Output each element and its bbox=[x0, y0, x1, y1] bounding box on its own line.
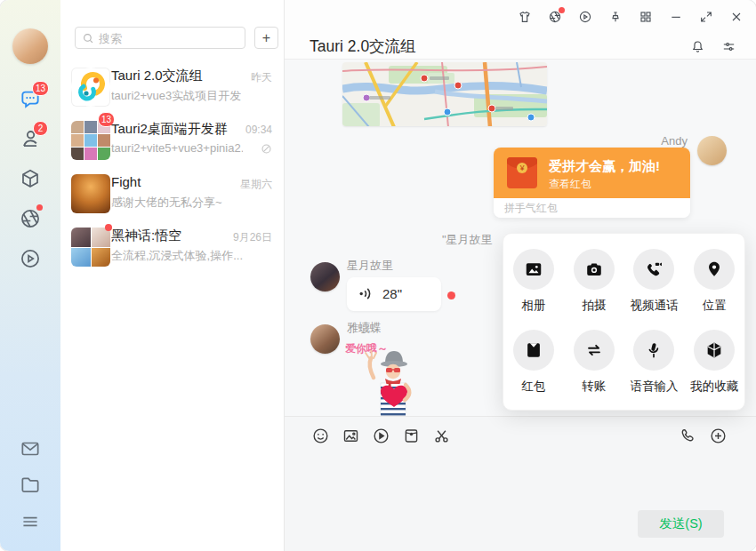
transfer-icon bbox=[584, 340, 604, 360]
menu-icon bbox=[19, 510, 42, 533]
folder-icon bbox=[19, 474, 42, 497]
sender-name: 星月故里 bbox=[347, 258, 393, 274]
minimize-button[interactable] bbox=[669, 10, 683, 24]
voice-duration: 28" bbox=[382, 277, 402, 311]
album-circle bbox=[513, 249, 554, 290]
files-nav-button[interactable] bbox=[19, 474, 42, 497]
composer: 发送(S) bbox=[285, 416, 756, 551]
close-button[interactable] bbox=[729, 10, 744, 24]
chat-list-item-blackmyth[interactable]: 黑神话:悟空 9月26日 全流程,沉浸式体验,操作... bbox=[60, 222, 285, 272]
chats-unread-badge: 13 bbox=[32, 81, 49, 96]
mail-nav-button[interactable] bbox=[19, 437, 42, 460]
add-chat-button[interactable]: + bbox=[254, 27, 278, 49]
video-icon[interactable] bbox=[372, 427, 390, 445]
notification-reddot bbox=[559, 7, 565, 13]
chat-list-item-fight[interactable]: Fight 星期六 感谢大佬的无私分享~ bbox=[60, 169, 285, 219]
contacts-unread-badge: 2 bbox=[33, 121, 48, 136]
voice-unread-dot bbox=[447, 291, 455, 299]
red-packet-message[interactable]: ¥ 爱拼才会赢，加油! 查看红包 拼手气红包 bbox=[494, 148, 690, 218]
layout-button[interactable] bbox=[639, 10, 653, 24]
search-icon bbox=[82, 32, 94, 44]
chats-nav-button[interactable]: 13 bbox=[19, 88, 42, 111]
red-packet-icon[interactable] bbox=[402, 427, 421, 445]
attach-album[interactable]: 相册 bbox=[513, 249, 554, 314]
avatar bbox=[71, 68, 110, 107]
contacts-nav-button[interactable]: 2 bbox=[19, 127, 42, 150]
moments-button[interactable] bbox=[548, 10, 562, 24]
red-packet-icon bbox=[524, 340, 543, 360]
album-icon bbox=[524, 260, 543, 279]
pin-window-button[interactable] bbox=[608, 10, 623, 24]
avatar-yamiedie[interactable] bbox=[310, 324, 340, 354]
voice-input-circle bbox=[633, 330, 674, 371]
chat-list-item-tauri20[interactable]: Tauri 2.0交流组 昨天 tauri2+vue3实战项目开发 bbox=[60, 62, 285, 112]
shirt-icon bbox=[518, 10, 532, 24]
video-call-circle bbox=[633, 249, 674, 290]
chat-title: Tauri 2.0交流组 bbox=[111, 68, 203, 84]
image-icon[interactable] bbox=[342, 427, 360, 445]
red-packet-action[interactable]: 查看红包 bbox=[549, 177, 591, 192]
notifications-button[interactable] bbox=[690, 39, 705, 54]
attach-voice-input[interactable]: 语音输入 bbox=[630, 330, 678, 395]
attach-video-call[interactable]: 视频通话 bbox=[630, 249, 678, 314]
chat-list-item-tauri2-desktop[interactable]: 13 Tauri2桌面端开发群 09:34 tauri2+vite5+vue3+… bbox=[60, 116, 285, 165]
chat-time: 09:34 bbox=[245, 124, 272, 136]
chat-settings-button[interactable] bbox=[721, 39, 736, 54]
attach-red-packet[interactable]: 红包 bbox=[513, 330, 554, 395]
tauri-logo-icon bbox=[71, 68, 110, 107]
my-avatar[interactable] bbox=[12, 28, 48, 64]
send-button[interactable]: 发送(S) bbox=[638, 510, 724, 538]
maximize-button[interactable] bbox=[699, 10, 713, 24]
titlebar-controls bbox=[518, 10, 744, 24]
attach-location[interactable]: 位置 bbox=[694, 249, 735, 314]
group-avatar bbox=[71, 228, 110, 267]
search-input[interactable] bbox=[97, 28, 243, 50]
red-envelope-icon: ¥ bbox=[507, 157, 537, 188]
sticker-graphic: 爱你哦～ bbox=[343, 339, 429, 416]
chat-subtitle: 全流程,沉浸式体验,操作... bbox=[111, 248, 243, 264]
video-channel-nav-button[interactable] bbox=[19, 247, 42, 270]
minimize-icon bbox=[669, 10, 683, 24]
emoji-icon[interactable] bbox=[311, 427, 330, 445]
attach-label: 相册 bbox=[521, 298, 545, 314]
sender-name: 雅蠛蝶 bbox=[347, 320, 382, 336]
voice-message[interactable]: 28" bbox=[347, 277, 441, 311]
attach-label: 我的收藏 bbox=[690, 379, 738, 395]
sticker-message[interactable]: 爱你哦～ bbox=[343, 339, 429, 416]
video-channel-button[interactable] bbox=[578, 10, 592, 24]
chat-header-actions bbox=[690, 39, 736, 54]
search-box bbox=[75, 27, 245, 49]
screenshot-icon[interactable] bbox=[432, 427, 451, 445]
chat-list-panel: + Tauri 2.0交流组 昨天 tauri2+vue3实战项目开发 bbox=[60, 0, 285, 551]
filter-icon bbox=[721, 39, 736, 54]
phone-icon[interactable] bbox=[678, 427, 696, 445]
red-packet-type: 拼手气红包 bbox=[494, 198, 690, 218]
attach-label: 红包 bbox=[521, 379, 545, 395]
chat-subtitle: tauri2+vite5+vue3+pinia2... bbox=[111, 141, 243, 155]
more-icon[interactable] bbox=[709, 427, 728, 445]
more-nav-button[interactable] bbox=[19, 510, 42, 533]
attach-capture[interactable]: 拍摄 bbox=[574, 249, 615, 314]
attach-favorites[interactable]: 我的收藏 bbox=[690, 330, 738, 395]
attach-label: 视频通话 bbox=[630, 298, 678, 314]
moments-nav-button[interactable] bbox=[19, 207, 42, 230]
attach-label: 转账 bbox=[582, 379, 606, 395]
attach-label: 拍摄 bbox=[582, 298, 606, 314]
cube-icon bbox=[19, 167, 42, 190]
chat-title: 黑神话:悟空 bbox=[111, 228, 181, 244]
muted-icon bbox=[261, 143, 272, 155]
mail-icon bbox=[19, 437, 42, 460]
map-image[interactable] bbox=[342, 62, 547, 126]
chat-time: 昨天 bbox=[251, 70, 272, 85]
nav-rail: 13 2 bbox=[0, 0, 60, 551]
chat-subtitle: tauri2+vue3实战项目开发 bbox=[111, 88, 241, 104]
theme-skin-button[interactable] bbox=[518, 10, 532, 24]
chat-panel: Tauri 2.0交流组 bbox=[285, 0, 756, 551]
attach-transfer[interactable]: 转账 bbox=[574, 330, 615, 395]
message-input[interactable] bbox=[311, 458, 733, 513]
avatar-xingyue[interactable] bbox=[310, 262, 340, 291]
map-graphic bbox=[342, 62, 547, 126]
avatar-andy[interactable] bbox=[697, 136, 727, 165]
layout-grid-icon bbox=[639, 10, 653, 24]
workspace-nav-button[interactable] bbox=[19, 167, 42, 190]
